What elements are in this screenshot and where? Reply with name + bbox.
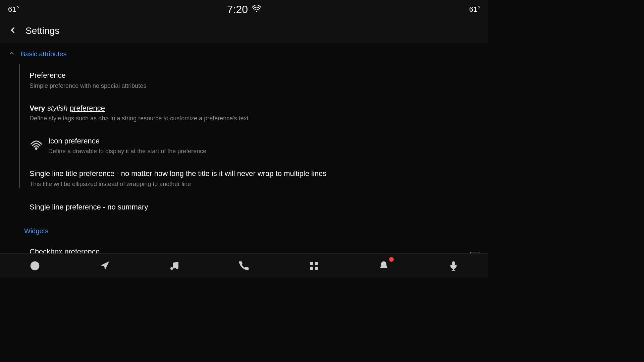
basic-attributes-section-header: Basic attributes	[0, 43, 488, 64]
nav-navigation[interactable]	[91, 254, 118, 278]
svg-point-3	[170, 267, 173, 270]
widgets-title: Widgets	[24, 227, 48, 235]
notification-badge	[389, 257, 394, 262]
svg-rect-5	[310, 262, 313, 265]
basic-attributes-collapse-btn[interactable]	[8, 50, 15, 59]
svg-rect-7	[310, 266, 313, 269]
preference-icon[interactable]: Icon preference Define a drawable to dis…	[24, 130, 488, 163]
status-time: 7:20	[227, 3, 248, 16]
preference-stylish-summary: Define style tags such as <b> in a strin…	[30, 114, 480, 123]
preference-single-line-title-summary: This title will be ellipsized instead of…	[30, 180, 480, 188]
preference-icon-summary: Define a drawable to display it at the s…	[48, 147, 480, 156]
preference-basic-summary: Simple preference with no special attrib…	[30, 82, 480, 90]
status-temp-left: 61°	[8, 5, 19, 14]
basic-attributes-title: Basic attributes	[21, 50, 67, 58]
page-title: Settings	[25, 25, 59, 36]
nav-notifications[interactable]	[370, 254, 397, 278]
preference-checkbox[interactable]: Checkbox preference Tap anywhere in this…	[24, 240, 488, 253]
preference-stylish-title: Very stylish preference	[30, 104, 480, 113]
basic-attributes-list: Preference Simple preference with no spe…	[0, 64, 488, 219]
section-left-bar	[19, 64, 20, 188]
basic-attributes-content: Preference Simple preference with no spe…	[0, 64, 488, 219]
status-wifi-icon	[252, 5, 261, 14]
status-temp-right: 61°	[469, 5, 480, 14]
preference-stylish-text: Very stylish preference Define style tag…	[30, 104, 480, 123]
status-center: 7:20	[227, 3, 261, 16]
nav-music[interactable]	[161, 254, 188, 278]
svg-point-0	[256, 11, 257, 12]
svg-rect-8	[315, 266, 318, 269]
phone-icon	[239, 260, 250, 271]
bell-icon	[378, 260, 389, 271]
preference-wifi-icon	[30, 139, 43, 153]
preference-single-line-title-label: Single line title preference - no matter…	[30, 169, 466, 179]
svg-point-2	[31, 261, 40, 270]
mic-icon	[448, 260, 459, 271]
bottom-nav	[0, 253, 488, 278]
widgets-list: Checkbox preference Tap anywhere in this…	[0, 240, 488, 253]
preference-checkbox-text: Checkbox preference Tap anywhere in this…	[30, 247, 465, 253]
preference-single-line-title-text: Single line title preference - no matter…	[30, 169, 480, 188]
preference-no-summary-text: Single line preference - no summary	[30, 202, 480, 212]
widgets-section-header: Widgets	[0, 219, 488, 240]
preference-icon-text: Icon preference Define a drawable to dis…	[48, 136, 480, 156]
preference-no-summary-title: Single line preference - no summary	[30, 202, 480, 212]
back-button[interactable]	[8, 25, 17, 37]
nav-apps[interactable]	[301, 254, 327, 278]
preference-single-line-title[interactable]: Single line title preference - no matter…	[24, 162, 488, 195]
home-icon	[30, 260, 40, 271]
preference-basic-title: Preference	[30, 71, 480, 80]
preference-checkbox-title: Checkbox preference	[30, 247, 465, 253]
nav-mic[interactable]	[440, 254, 467, 278]
music-icon	[169, 260, 180, 271]
header: Settings	[0, 19, 488, 43]
preference-no-summary[interactable]: Single line preference - no summary	[24, 195, 488, 219]
nav-phone[interactable]	[231, 254, 258, 278]
content-area: Basic attributes Preference Simple prefe…	[0, 43, 488, 253]
preference-stylish[interactable]: Very stylish preference Define style tag…	[24, 97, 488, 130]
preference-icon-title: Icon preference	[48, 136, 480, 146]
svg-point-4	[176, 266, 178, 269]
svg-rect-6	[315, 262, 318, 265]
apps-icon	[309, 260, 319, 271]
status-bar: 61° 7:20 61°	[0, 0, 488, 19]
nav-home[interactable]	[21, 254, 48, 278]
preference-basic[interactable]: Preference Simple preference with no spe…	[24, 64, 488, 97]
svg-point-1	[36, 148, 37, 149]
navigation-icon	[99, 260, 110, 271]
preference-basic-text: Preference Simple preference with no spe…	[30, 71, 480, 90]
